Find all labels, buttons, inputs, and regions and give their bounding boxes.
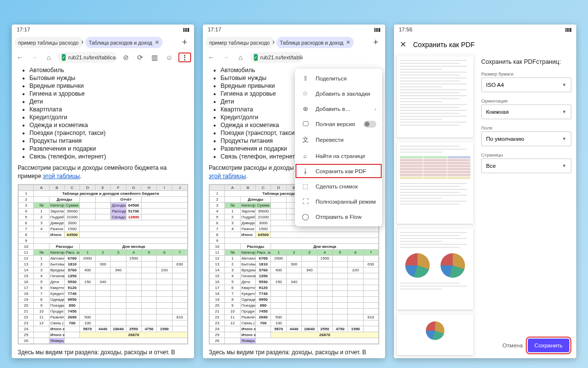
send-icon: ◯	[301, 213, 310, 220]
list-item: Автомобиль	[29, 67, 188, 74]
list-item: Одежда и косметика	[29, 122, 188, 129]
menu-save-pdf-highlighted[interactable]: ⭳Сохранить как PDF	[295, 163, 382, 179]
desc-paragraph: Здесь мы видим три раздела: доходы, расх…	[18, 348, 188, 358]
cancel-button[interactable]: Отмена	[503, 342, 523, 348]
table-link[interactable]: этой таблицы	[209, 173, 246, 180]
status-icons	[564, 26, 571, 35]
menu-snapshot[interactable]: ⬚Сделать снимок	[295, 179, 382, 194]
status-bar: 17:17	[12, 25, 194, 35]
list-item: Кредит/долги	[29, 114, 188, 121]
back-icon[interactable]: ←	[206, 52, 217, 63]
search-icon: ⌕	[301, 152, 310, 159]
url-bar: ← → ⌂ ✓rub21.ru/text/tablica- ⊘ ⟳ ▥ ☺ ⋮	[12, 50, 194, 65]
orientation-select[interactable]: Книжная▼	[481, 105, 571, 119]
status-time: 17:56	[399, 26, 413, 35]
tab-active[interactable]: Таблица расходов и доход✕	[276, 37, 354, 48]
home-icon[interactable]: ⌂	[44, 52, 54, 63]
list-item: Дети	[29, 98, 188, 105]
close-icon[interactable]: ✕	[346, 39, 350, 46]
pdf-options-column: Сохранить как PDFстраниц: Размер бумаги …	[476, 53, 576, 358]
back-icon[interactable]: ←	[15, 52, 25, 63]
menu-find[interactable]: ⌕Найти на странице	[295, 148, 382, 163]
chevron-down-icon: ▼	[562, 109, 566, 114]
forward-icon[interactable]: →	[220, 52, 231, 63]
close-icon[interactable]: ✕	[272, 39, 274, 46]
menu-fullversion[interactable]: 🖵Полная версия	[295, 116, 382, 131]
tab-inactive[interactable]: пример таблицы расходо✕	[206, 37, 274, 48]
dialog-buttons: Отмена Сохранить	[481, 333, 571, 358]
bookmark-icon: ☆	[301, 90, 310, 97]
desktop-icon: 🖵	[301, 120, 310, 128]
pdf-preview-page-3[interactable]	[397, 229, 473, 310]
pdf-preview-page-2[interactable]	[397, 142, 473, 223]
pdf-preview-column	[394, 53, 476, 358]
field-orientation: Ориентация Книжная▼	[481, 98, 571, 119]
field-margins: Поля По умолчанию▼	[481, 125, 571, 146]
pdf-preview-page-1[interactable]	[397, 56, 473, 137]
status-icons	[372, 26, 380, 35]
pdf-options-title: Сохранить как PDFстраниц:	[481, 58, 571, 65]
pdf-preview-page-4[interactable]	[397, 315, 473, 355]
list-item: Вредные привычки	[29, 82, 188, 89]
list-item: Связь (телефон, интернет)	[29, 153, 188, 160]
profile-icon[interactable]: ☺	[164, 52, 174, 63]
status-time: 17:17	[17, 26, 30, 35]
category-list: АвтомобильБытовые нуждыВредные привычкиГ…	[18, 67, 188, 160]
phone-panel-1: 17:17 пример таблицы расходо✕ Таблица ра…	[12, 25, 194, 358]
new-tab-button[interactable]: +	[369, 37, 382, 48]
list-item: Квартплата	[29, 106, 188, 113]
pdf-dialog-header: ✕ Сохранить как PDF	[394, 35, 576, 53]
reader-icon[interactable]: ▥	[149, 52, 160, 63]
translate-icon: 文	[301, 135, 310, 144]
table-link[interactable]: этой таблицы	[43, 173, 80, 180]
pdf-dialog-title: Сохранить как PDF	[413, 41, 475, 49]
status-bar: 17:17	[203, 25, 385, 35]
tab-active[interactable]: Таблица расходов и доход✕	[85, 37, 163, 48]
menu-fullscreen[interactable]: ⛶Полноэкранный режим	[295, 194, 382, 209]
close-icon[interactable]: ✕	[400, 40, 406, 49]
margins-select[interactable]: По умолчанию▼	[481, 131, 571, 146]
home-icon[interactable]: ⌂	[235, 52, 246, 63]
desc-paragraph: Здесь мы видим три раздела: доходы, расх…	[209, 348, 379, 358]
new-tab-button[interactable]: +	[178, 37, 191, 48]
pages-select[interactable]: Все▼	[481, 158, 571, 173]
field-paper-size: Размер бумаги ISO A4▼	[481, 71, 571, 92]
menu-flow[interactable]: ◯Отправить в Flow	[295, 209, 382, 224]
share-icon: ⇪	[301, 75, 310, 82]
spreadsheet-image: ABCDEFGHIJ1Таблица расходов и доходов се…	[18, 184, 188, 344]
toggle-off[interactable]	[364, 121, 376, 128]
intro-paragraph: Рассмотрим расходы и доходы семейного бю…	[18, 164, 188, 181]
fullscreen-icon: ⛶	[301, 198, 310, 205]
reload-icon[interactable]: ⟳	[135, 52, 146, 63]
phone-panel-3: 17:56 ✕ Сохранить как PDF	[394, 25, 576, 358]
shield-icon: ✓	[254, 54, 258, 61]
page-content: АвтомобильБытовые нуждыВредные привычкиГ…	[12, 65, 194, 358]
chevron-down-icon: ▼	[562, 163, 566, 168]
tab-inactive[interactable]: пример таблицы расходо✕	[15, 37, 83, 48]
chevron-right-icon: ›	[374, 106, 376, 112]
block-icon[interactable]: ⊘	[121, 52, 131, 63]
shield-icon: ✓	[62, 54, 66, 61]
menu-translate[interactable]: 文Перевести	[295, 131, 382, 148]
crop-icon: ⬚	[301, 183, 310, 190]
tabs-row: пример таблицы расходо✕ Таблица расходов…	[12, 35, 194, 50]
menu-bookmark[interactable]: ☆Добавить в закладки	[295, 86, 382, 101]
status-time: 17:17	[208, 26, 221, 35]
chevron-down-icon: ▼	[562, 82, 566, 87]
save-button-highlighted[interactable]: Сохранить	[528, 339, 569, 352]
url-field[interactable]: ✓rub21.ru/text/tablica-	[58, 52, 117, 63]
status-bar: 17:56	[394, 25, 576, 35]
menu-button-highlighted[interactable]: ⋮	[178, 53, 191, 62]
close-icon[interactable]: ✕	[155, 39, 159, 46]
menu-share[interactable]: ⇪Поделиться	[295, 71, 382, 86]
url-field[interactable]: ✓rub21.ru/text/tablic	[250, 52, 303, 63]
tabs-row: пример таблицы расходо✕ Таблица расходов…	[203, 35, 385, 50]
paper-size-select[interactable]: ISO A4▼	[481, 78, 571, 92]
chevron-down-icon: ▼	[562, 136, 566, 141]
list-item: Развлечения и подарки	[29, 145, 188, 152]
phone-panel-2: 17:17 пример таблицы расходо✕ Таблица ра…	[203, 25, 385, 358]
list-item: Гигиена и здоровье	[29, 90, 188, 97]
menu-addto[interactable]: ⊕Добавить в…›	[295, 101, 382, 116]
close-icon[interactable]: ✕	[81, 39, 83, 46]
forward-icon[interactable]: →	[29, 52, 39, 63]
